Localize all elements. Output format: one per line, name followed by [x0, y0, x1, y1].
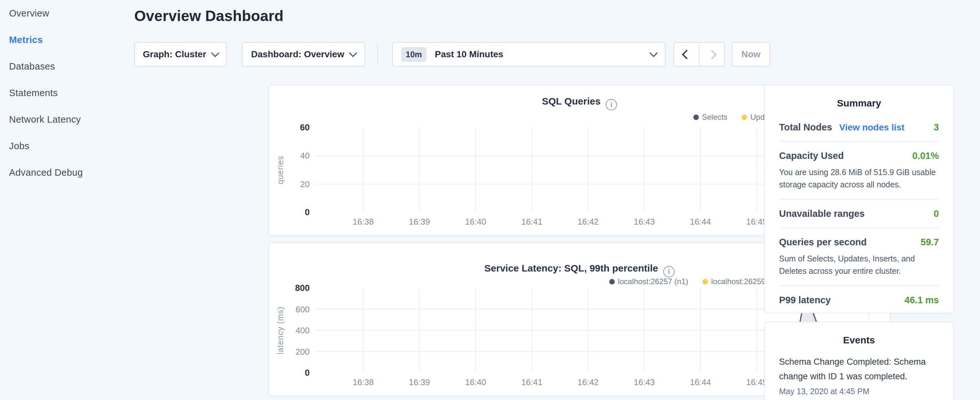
chevron-right-icon — [707, 49, 717, 59]
sidebar-item-jobs[interactable]: Jobs — [0, 133, 134, 159]
time-step-buttons — [674, 42, 725, 67]
graph-dropdown-label: Graph: Cluster — [143, 49, 206, 59]
svg-text:16:40: 16:40 — [465, 377, 486, 387]
svg-text:200: 200 — [296, 347, 310, 357]
events-panel: Events Schema Change Completed: Schema c… — [764, 322, 954, 400]
summary-panel: Summary Total NodesView nodes list3Capac… — [764, 85, 954, 313]
summary-row: Unavailable ranges0 — [779, 200, 939, 228]
legend-dot-icon — [741, 115, 747, 120]
summary-row: P99 latency46.1 ms — [779, 286, 939, 314]
sidebar-item-statements[interactable]: Statements — [0, 80, 134, 106]
page-title: Overview Dashboard — [134, 7, 756, 25]
view-nodes-link[interactable]: View nodes list — [839, 122, 905, 133]
chevron-down-icon — [211, 49, 219, 57]
summary-row-value: 59.7 — [921, 237, 939, 247]
sidebar-item-databases[interactable]: Databases — [0, 53, 134, 80]
summary-row: Queries per second59.7Sum of Selects, Up… — [779, 228, 939, 286]
summary-row-label: Unavailable ranges — [779, 209, 864, 219]
summary-row-value: 46.1 ms — [905, 295, 939, 306]
legend-item[interactable]: Selects — [694, 113, 728, 122]
svg-text:queries: queries — [276, 156, 285, 185]
svg-text:16:43: 16:43 — [634, 217, 655, 226]
legend-dot-icon — [609, 279, 615, 284]
dashboard-dropdown-label: Dashboard: Overview — [251, 49, 344, 59]
svg-text:600: 600 — [296, 304, 310, 314]
svg-text:16:42: 16:42 — [578, 377, 598, 387]
legend-item[interactable]: localhost:26257 (n1) — [609, 277, 688, 286]
time-step-forward-button[interactable] — [699, 43, 724, 66]
summary-row-label: P99 latency — [779, 295, 831, 306]
svg-text:16:39: 16:39 — [409, 217, 430, 226]
dashboard-dropdown[interactable]: Dashboard: Overview — [242, 42, 365, 67]
event-text: Schema Change Completed: Schema change w… — [779, 355, 939, 384]
info-icon[interactable]: i — [663, 266, 675, 277]
chevron-down-icon — [649, 49, 657, 57]
graph-dropdown[interactable]: Graph: Cluster — [134, 42, 226, 67]
time-step-back-button[interactable] — [674, 43, 699, 66]
event-item[interactable]: Schema Change Completed: Schema change w… — [779, 355, 939, 396]
sidebar: OverviewMetricsDatabasesStatementsNetwor… — [0, 0, 134, 186]
time-range-dropdown[interactable]: 10m Past 10 Minutes — [392, 42, 665, 67]
svg-text:0: 0 — [305, 368, 310, 378]
svg-text:16:44: 16:44 — [690, 377, 711, 387]
time-range-badge: 10m — [401, 47, 426, 62]
summary-title: Summary — [765, 98, 953, 109]
main-content: Overview Dashboard Graph: Cluster Dashbo… — [134, 0, 756, 25]
legend-dot-icon — [702, 279, 708, 284]
summary-row-value: 0 — [934, 209, 939, 219]
svg-text:40: 40 — [300, 151, 310, 161]
svg-text:16:41: 16:41 — [521, 217, 542, 226]
svg-text:16:42: 16:42 — [578, 217, 598, 226]
controls-divider — [377, 44, 378, 65]
chart-title-text: SQL Queries — [542, 96, 600, 107]
time-range-label: Past 10 Minutes — [435, 49, 503, 59]
summary-row: Capacity Used0.01%You are using 28.6 MiB… — [779, 142, 939, 200]
summary-row-head: Total NodesView nodes list3 — [779, 122, 939, 133]
summary-row-head: Capacity Used0.01% — [779, 150, 939, 161]
chart-title-text: Service Latency: SQL, 99th percentile — [484, 263, 658, 274]
svg-text:20: 20 — [300, 179, 310, 189]
svg-text:16:38: 16:38 — [353, 217, 374, 226]
controls-bar: Graph: Cluster Dashboard: Overview 10m P… — [134, 42, 770, 67]
svg-text:0: 0 — [305, 207, 310, 217]
events-title: Events — [765, 335, 953, 346]
summary-row: Total NodesView nodes list3 — [779, 113, 939, 142]
svg-text:60: 60 — [300, 123, 310, 132]
sidebar-item-overview[interactable]: Overview — [0, 0, 134, 27]
svg-text:800: 800 — [295, 283, 310, 293]
chevron-left-icon — [682, 49, 691, 59]
sidebar-item-network-latency[interactable]: Network Latency — [0, 106, 134, 133]
svg-text:latency (ms): latency (ms) — [276, 306, 285, 354]
svg-text:16:41: 16:41 — [521, 377, 542, 387]
svg-text:16:38: 16:38 — [353, 377, 374, 387]
summary-row-label: Capacity Used — [779, 150, 844, 161]
legend-item-label: localhost:26257 (n1) — [618, 277, 688, 286]
legend-item-label: Selects — [702, 113, 728, 122]
sidebar-item-advanced-debug[interactable]: Advanced Debug — [0, 159, 134, 186]
info-icon[interactable]: i — [606, 99, 617, 110]
summary-row-label: Queries per second — [779, 237, 867, 247]
summary-row-value: 3 — [934, 122, 939, 133]
now-button[interactable]: Now — [732, 42, 770, 67]
svg-text:16:44: 16:44 — [690, 217, 711, 226]
event-timestamp: May 13, 2020 at 4:45 PM — [779, 387, 939, 396]
summary-row-head: Unavailable ranges0 — [779, 209, 939, 219]
svg-text:400: 400 — [296, 325, 310, 335]
summary-row-head: Queries per second59.7 — [779, 237, 939, 247]
legend-dot-icon — [694, 115, 699, 120]
summary-row-desc: Sum of Selects, Updates, Inserts, and De… — [779, 253, 939, 277]
chevron-down-icon — [349, 49, 357, 57]
summary-row-desc: You are using 28.6 MiB of 515.9 GiB usab… — [779, 166, 939, 191]
summary-row-label: Total Nodes — [779, 122, 832, 133]
summary-row-value: 0.01% — [912, 150, 939, 161]
svg-text:16:43: 16:43 — [634, 377, 655, 387]
svg-text:16:39: 16:39 — [409, 377, 430, 387]
summary-rows: Total NodesView nodes list3Capacity Used… — [765, 113, 953, 314]
sidebar-item-metrics[interactable]: Metrics — [0, 27, 134, 53]
events-list: Schema Change Completed: Schema change w… — [765, 355, 953, 396]
svg-text:16:40: 16:40 — [465, 217, 486, 226]
summary-row-head: P99 latency46.1 ms — [779, 295, 939, 306]
